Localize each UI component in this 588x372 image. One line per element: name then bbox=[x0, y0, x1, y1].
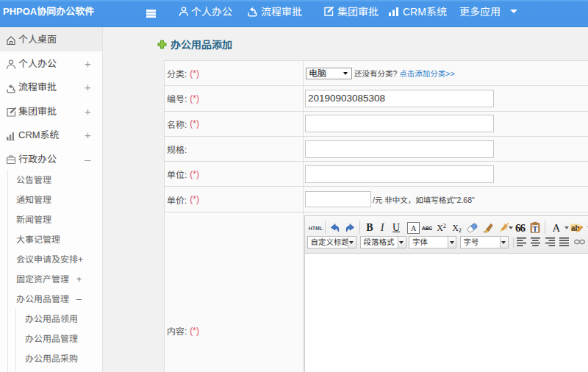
svg-text:T: T bbox=[533, 226, 538, 233]
